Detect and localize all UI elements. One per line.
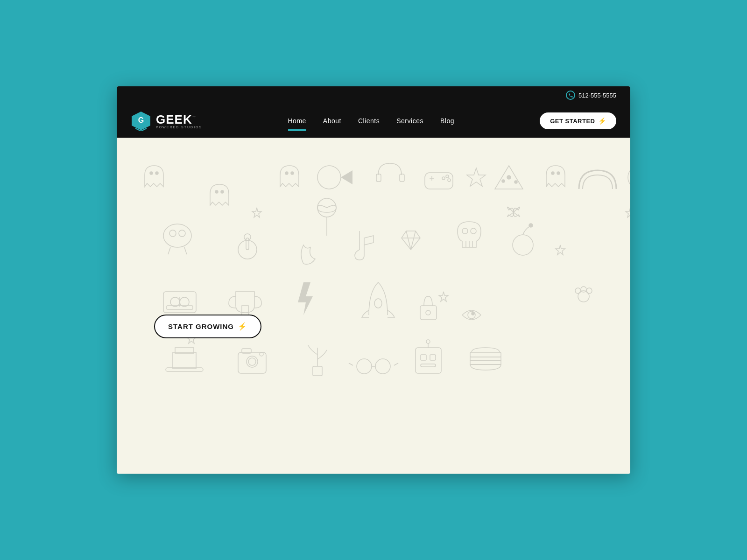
- lower-area: [117, 380, 630, 474]
- svg-point-16: [507, 175, 511, 179]
- svg-point-25: [163, 224, 191, 247]
- svg-point-6: [285, 172, 288, 175]
- navbar: G GEEK+ POWERED STUDIOS Home About Clien…: [117, 104, 630, 138]
- doodle-background: [117, 138, 630, 380]
- bolt-icon: ⚡: [598, 117, 606, 125]
- svg-rect-73: [421, 364, 436, 367]
- svg-point-15: [448, 179, 451, 182]
- svg-point-21: [628, 166, 630, 189]
- svg-point-5: [221, 190, 224, 193]
- logo-text: GEEK+ POWERED STUDIOS: [156, 113, 202, 129]
- svg-rect-51: [420, 306, 437, 320]
- svg-rect-70: [416, 348, 441, 373]
- nav-link-home[interactable]: Home: [288, 117, 306, 126]
- svg-rect-56: [166, 368, 203, 371]
- svg-point-19: [551, 172, 554, 175]
- hero-section: START GROWING ⚡: [117, 138, 630, 380]
- svg-line-69: [394, 363, 398, 365]
- nav-link-clients[interactable]: Clients: [358, 117, 380, 126]
- hero-content: START GROWING ⚡: [154, 315, 261, 338]
- svg-rect-31: [246, 238, 249, 250]
- svg-point-99: [575, 288, 581, 294]
- svg-rect-49: [242, 306, 248, 315]
- svg-rect-72: [430, 355, 436, 360]
- get-started-button[interactable]: GET STARTED ⚡: [540, 112, 616, 129]
- logo-svg-icon: G: [131, 111, 151, 131]
- svg-point-17: [514, 181, 517, 183]
- start-growing-label: START GROWING: [168, 322, 234, 330]
- svg-point-101: [586, 288, 592, 294]
- svg-point-65: [357, 359, 372, 374]
- nav-item-about[interactable]: About: [323, 117, 341, 125]
- svg-text:G: G: [138, 116, 144, 124]
- svg-point-50: [374, 299, 382, 308]
- svg-rect-10: [425, 173, 453, 189]
- svg-point-4: [215, 190, 218, 193]
- nav-link-services[interactable]: Services: [396, 117, 423, 126]
- svg-rect-71: [421, 355, 426, 360]
- svg-rect-58: [238, 352, 266, 373]
- svg-rect-9: [400, 174, 404, 182]
- svg-point-41: [513, 235, 533, 255]
- start-bolt-icon: ⚡: [238, 322, 247, 331]
- phone-number: 512-555-5555: [578, 92, 616, 99]
- svg-point-45: [180, 297, 189, 307]
- phone-icon: [566, 91, 575, 100]
- nav-link-blog[interactable]: Blog: [440, 117, 454, 126]
- svg-point-3: [155, 172, 158, 175]
- top-bar: 512-555-5555: [117, 86, 630, 104]
- svg-point-44: [170, 297, 180, 307]
- svg-point-14: [446, 175, 449, 178]
- svg-rect-8: [376, 174, 381, 182]
- svg-point-2: [150, 172, 153, 175]
- start-growing-button[interactable]: START GROWING ⚡: [154, 315, 261, 338]
- svg-rect-63: [313, 366, 322, 376]
- svg-point-13: [442, 177, 445, 180]
- svg-point-20: [557, 172, 560, 175]
- svg-point-27: [179, 230, 185, 237]
- svg-point-100: [581, 287, 586, 292]
- svg-point-37: [471, 228, 476, 234]
- svg-line-29: [184, 247, 187, 254]
- nav-item-blog[interactable]: Blog: [440, 117, 454, 125]
- nav-item-home[interactable]: Home: [288, 117, 306, 125]
- logo-area: G GEEK+ POWERED STUDIOS: [131, 111, 202, 131]
- svg-rect-55: [173, 352, 196, 369]
- svg-point-26: [169, 230, 176, 237]
- svg-point-18: [502, 180, 505, 182]
- phone-container: 512-555-5555: [566, 91, 616, 100]
- logo-name: GEEK+: [156, 113, 202, 126]
- svg-line-68: [349, 363, 353, 365]
- svg-point-36: [462, 228, 468, 234]
- svg-line-28: [168, 247, 170, 254]
- browser-window: 512-555-5555 G GEEK+ POWERED STUDIOS Hom…: [117, 86, 630, 474]
- svg-point-66: [375, 359, 390, 374]
- svg-point-7: [291, 172, 294, 175]
- nav-item-services[interactable]: Services: [396, 117, 423, 125]
- svg-rect-77: [470, 357, 501, 361]
- svg-rect-78: [470, 361, 501, 364]
- svg-point-32: [244, 234, 251, 240]
- svg-point-54: [472, 312, 474, 315]
- svg-point-42: [529, 224, 533, 227]
- svg-point-52: [426, 310, 430, 315]
- svg-point-62: [260, 352, 263, 356]
- get-started-label: GET STARTED: [550, 118, 595, 125]
- svg-point-75: [426, 340, 430, 343]
- svg-rect-76: [470, 352, 501, 357]
- svg-point-60: [248, 358, 256, 365]
- nav-links: Home About Clients Services Blog: [288, 117, 454, 125]
- nav-link-about[interactable]: About: [323, 117, 341, 126]
- nav-item-clients[interactable]: Clients: [358, 117, 380, 125]
